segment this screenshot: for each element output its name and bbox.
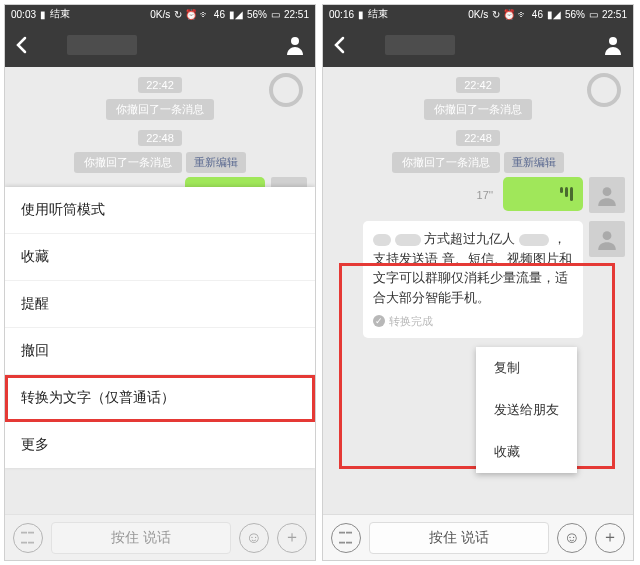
status-clock: 22:51 (284, 9, 309, 20)
svg-point-3 (603, 187, 612, 196)
timestamp: 22:42 (456, 77, 500, 93)
status-battery: 56% (247, 9, 267, 20)
menu-remind[interactable]: 提醒 (5, 281, 315, 328)
menu-favorite[interactable]: 收藏 (5, 234, 315, 281)
status-bar: 00:16 ▮ 结束 0K/s ↻ ⏰ ᯤ 46 ▮◢ 56% ▭ 22:51 (323, 5, 633, 23)
back-icon[interactable] (333, 36, 347, 54)
reedit-link[interactable]: 重新编辑 (186, 152, 246, 173)
back-icon[interactable] (15, 36, 29, 54)
redacted-segment (395, 234, 421, 246)
svg-point-2 (609, 37, 617, 45)
timestamp: 22:42 (138, 77, 182, 93)
recall-notice: 你撤回了一条消息 (323, 99, 633, 120)
phone-left: 00:03 ▮ 结束 0K/s ↻ ⏰ ᯤ 46 ▮◢ 56% ▭ 22:51 … (4, 4, 316, 561)
redacted-segment (519, 234, 549, 246)
popup-forward[interactable]: 发送给朋友 (476, 389, 577, 431)
status-end: 结束 (368, 7, 388, 21)
svg-point-4 (603, 231, 612, 240)
phone-right: 00:16 ▮ 结束 0K/s ↻ ⏰ ᯤ 46 ▮◢ 56% ▭ 22:51 … (322, 4, 634, 561)
plus-icon[interactable]: ＋ (277, 523, 307, 553)
reedit-link[interactable]: 重新编辑 (504, 152, 564, 173)
float-ring-icon (587, 73, 621, 107)
hold-to-talk-button[interactable]: 按住 说话 (369, 522, 549, 554)
chat-body: 22:42 你撤回了一条消息 22:48 你撤回了一条消息 重新编辑 17'' (323, 67, 633, 514)
recall-notice: 你撤回了一条消息 (5, 99, 315, 120)
plus-icon[interactable]: ＋ (595, 523, 625, 553)
status-time: 00:03 (11, 9, 36, 20)
redacted-segment (373, 234, 391, 246)
recall-notice-reedit: 你撤回了一条消息 重新编辑 (5, 152, 315, 173)
keyboard-toggle-icon[interactable]: ┅┅┅┅ (13, 523, 43, 553)
status-net: 0K/s (150, 9, 170, 20)
hold-to-talk-button[interactable]: 按住 说话 (51, 522, 231, 554)
status-time: 00:16 (329, 9, 354, 20)
voice-message-row: 17'' (323, 173, 633, 217)
svg-point-0 (291, 37, 299, 45)
timestamp: 22:48 (456, 130, 500, 146)
avatar[interactable] (589, 177, 625, 213)
menu-recall[interactable]: 撤回 (5, 328, 315, 375)
emoji-icon[interactable]: ☺ (239, 523, 269, 553)
menu-more[interactable]: 更多 (5, 422, 315, 468)
popup-copy[interactable]: 复制 (476, 347, 577, 389)
profile-icon[interactable] (603, 35, 623, 55)
chat-header (5, 23, 315, 67)
chat-title-redacted (67, 35, 137, 55)
voice-context-menu: 使用听筒模式 收藏 提醒 撤回 转换为文字（仅普通话） 更多 (5, 187, 315, 468)
input-bar: ┅┅┅┅ 按住 说话 ☺ ＋ (323, 514, 633, 560)
emoji-icon[interactable]: ☺ (557, 523, 587, 553)
status-net: 0K/s (468, 9, 488, 20)
profile-icon[interactable] (285, 35, 305, 55)
timestamp: 22:48 (138, 130, 182, 146)
chat-body: 22:42 你撤回了一条消息 22:48 你撤回了一条消息 重新编辑 17'' (5, 67, 315, 514)
keyboard-toggle-icon[interactable]: ┅┅┅┅ (331, 523, 361, 553)
status-end: 结束 (50, 7, 70, 21)
text-context-popup: 复制 发送给朋友 收藏 (476, 347, 577, 473)
voice-duration: 17'' (477, 189, 493, 201)
voice-bubble[interactable] (503, 177, 583, 211)
float-ring-icon (269, 73, 303, 107)
popup-favorite[interactable]: 收藏 (476, 431, 577, 473)
input-bar: ┅┅┅┅ 按住 说话 ☺ ＋ (5, 514, 315, 560)
chat-header (323, 23, 633, 67)
chat-title-redacted (385, 35, 455, 55)
voice-wave-icon (560, 187, 573, 201)
avatar[interactable] (589, 221, 625, 257)
recall-notice-reedit: 你撤回了一条消息 重新编辑 (323, 152, 633, 173)
menu-convert-to-text[interactable]: 转换为文字（仅普通话） (5, 375, 315, 422)
status-bar: 00:03 ▮ 结束 0K/s ↻ ⏰ ᯤ 46 ▮◢ 56% ▭ 22:51 (5, 5, 315, 23)
status-clock: 22:51 (602, 9, 627, 20)
status-battery: 56% (565, 9, 585, 20)
menu-earpiece[interactable]: 使用听筒模式 (5, 187, 315, 234)
